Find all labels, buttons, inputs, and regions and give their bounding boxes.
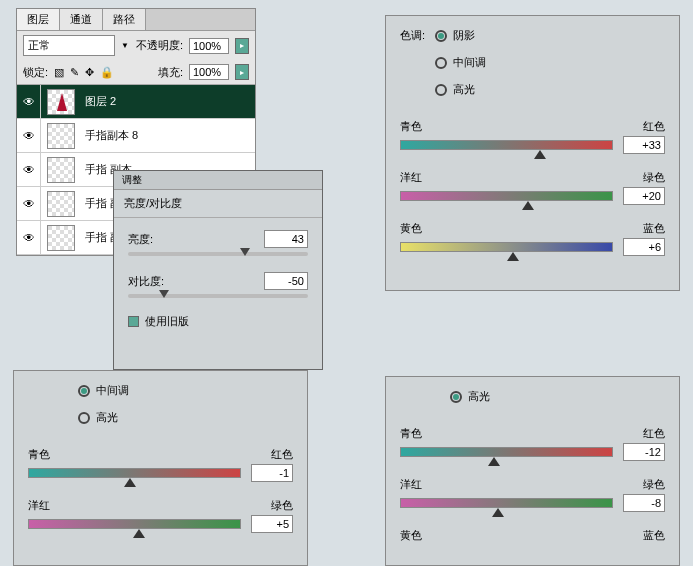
- radio-icon[interactable]: [78, 412, 90, 424]
- visibility-eye-icon[interactable]: 👁: [17, 153, 41, 187]
- slider-left-label: 洋红: [400, 477, 422, 492]
- adjust-value-input[interactable]: [264, 230, 308, 248]
- cb-slider: 黄色 蓝色: [400, 221, 665, 256]
- visibility-eye-icon[interactable]: 👁: [17, 221, 41, 255]
- lock-move-icon[interactable]: ✥: [85, 66, 94, 79]
- cb-sliders: 青色 红色 洋红 绿色: [400, 426, 665, 512]
- layer-thumbnail[interactable]: [47, 123, 75, 149]
- tone-label: 高光: [453, 82, 475, 97]
- tone-option[interactable]: 阴影: [435, 28, 486, 43]
- cb-slider: 洋红 绿色: [28, 498, 293, 533]
- cb-slider-track[interactable]: [400, 498, 613, 508]
- slider-right-label: 绿色: [643, 477, 665, 492]
- cb-value-input[interactable]: [623, 187, 665, 205]
- lock-row: 锁定: ▧ ✎ ✥ 🔒 填充: 100% ▸: [17, 60, 255, 85]
- tab-layers[interactable]: 图层: [17, 9, 60, 30]
- layer-thumbnail[interactable]: [47, 157, 75, 183]
- fill-dropdown[interactable]: ▸: [235, 64, 249, 80]
- slider-knob[interactable]: [492, 508, 504, 517]
- tab-paths[interactable]: 路径: [103, 9, 146, 30]
- cb-slider: 洋红 绿色: [400, 170, 665, 205]
- tone-option[interactable]: 高光: [435, 82, 486, 97]
- slider-knob[interactable]: [240, 248, 250, 256]
- tone-option[interactable]: 高光: [78, 410, 293, 425]
- cb-slider-track[interactable]: [28, 468, 241, 478]
- adjust-body: 亮度: 对比度: 使用旧版: [114, 218, 322, 369]
- color-balance-midtones: 中间调 高光 青色 红色 洋红 绿色: [13, 370, 308, 566]
- visibility-eye-icon[interactable]: 👁: [17, 187, 41, 221]
- legacy-label: 使用旧版: [145, 314, 189, 329]
- slider-knob[interactable]: [522, 201, 534, 210]
- cb-slider-track[interactable]: [400, 191, 613, 201]
- blend-row: 正常 ▼ 不透明度: 100% ▸: [17, 31, 255, 60]
- tone-label: 高光: [96, 410, 118, 425]
- cb-slider: 青色 红色: [400, 119, 665, 154]
- blend-mode-select[interactable]: 正常: [23, 35, 115, 56]
- cb-slider: 青色 红色: [400, 426, 665, 461]
- cb-sliders: 青色 红色 洋红 绿色: [28, 447, 293, 533]
- layer-name: 手指副本 8: [81, 128, 138, 143]
- color-balance-highlights: 高光 青色 红色 洋红 绿色 黄色 蓝色: [385, 376, 680, 566]
- cb-slider: 青色 红色: [28, 447, 293, 482]
- adjust-value-input[interactable]: [264, 272, 308, 290]
- visibility-eye-icon[interactable]: 👁: [17, 85, 41, 119]
- slider-knob[interactable]: [507, 252, 519, 261]
- cb-value-input[interactable]: [623, 494, 665, 512]
- layer-thumbnail[interactable]: [47, 191, 75, 217]
- slider-right-label: 红色: [271, 447, 293, 462]
- cb-slider-track[interactable]: [400, 242, 613, 252]
- tab-channels[interactable]: 通道: [60, 9, 103, 30]
- slider-knob[interactable]: [124, 478, 136, 487]
- radio-icon[interactable]: [435, 57, 447, 69]
- legacy-checkbox[interactable]: [128, 316, 139, 327]
- slider-right-label: 蓝色: [643, 528, 665, 543]
- tone-label: 色调:: [400, 28, 425, 43]
- layer-item[interactable]: 👁 手指副本 8: [17, 119, 255, 153]
- radio-icon[interactable]: [450, 391, 462, 403]
- panel-tabs: 图层 通道 路径: [17, 9, 255, 31]
- cb-sliders: 青色 红色 洋红 绿色 黄色 蓝色: [400, 119, 665, 256]
- slider-right-label: 绿色: [643, 170, 665, 185]
- cb-value-input[interactable]: [623, 443, 665, 461]
- slider-knob[interactable]: [133, 529, 145, 538]
- cb-slider: 洋红 绿色: [400, 477, 665, 512]
- legacy-checkbox-row: 使用旧版: [128, 314, 308, 329]
- cb-slider-track[interactable]: [400, 447, 613, 457]
- slider-knob[interactable]: [159, 290, 169, 298]
- slider-knob[interactable]: [534, 150, 546, 159]
- cb-value-input[interactable]: [623, 136, 665, 154]
- radio-icon[interactable]: [435, 30, 447, 42]
- cb-value-input[interactable]: [623, 238, 665, 256]
- cb-slider-track[interactable]: [28, 519, 241, 529]
- layer-item[interactable]: 👁 图层 2: [17, 85, 255, 119]
- adjust-slider[interactable]: [128, 252, 308, 256]
- slider-right-label: 绿色: [271, 498, 293, 513]
- opacity-input[interactable]: 100%: [189, 38, 229, 54]
- lock-transparency-icon[interactable]: ▧: [54, 66, 64, 79]
- adjust-tab[interactable]: 调整: [114, 171, 322, 190]
- slider-right-label: 红色: [643, 426, 665, 441]
- radio-icon[interactable]: [435, 84, 447, 96]
- adjust-row: 亮度:: [128, 230, 308, 256]
- tone-option[interactable]: 中间调: [435, 55, 486, 70]
- tone-label: 中间调: [96, 383, 129, 398]
- cb-value-input[interactable]: [251, 515, 293, 533]
- lock-all-icon[interactable]: 🔒: [100, 66, 114, 79]
- tone-option[interactable]: 中间调: [78, 383, 293, 398]
- opacity-label: 不透明度:: [136, 38, 183, 53]
- layer-thumbnail[interactable]: [47, 89, 75, 115]
- layer-thumbnail[interactable]: [47, 225, 75, 251]
- adjust-row: 对比度:: [128, 272, 308, 298]
- visibility-eye-icon[interactable]: 👁: [17, 119, 41, 153]
- tone-label: 高光: [468, 389, 490, 404]
- slider-knob[interactable]: [488, 457, 500, 466]
- opacity-dropdown[interactable]: ▸: [235, 38, 249, 54]
- adjust-slider[interactable]: [128, 294, 308, 298]
- tone-options: 高光: [450, 389, 665, 410]
- fill-input[interactable]: 100%: [189, 64, 229, 80]
- lock-brush-icon[interactable]: ✎: [70, 66, 79, 79]
- tone-option[interactable]: 高光: [450, 389, 665, 404]
- cb-slider-track[interactable]: [400, 140, 613, 150]
- cb-value-input[interactable]: [251, 464, 293, 482]
- radio-icon[interactable]: [78, 385, 90, 397]
